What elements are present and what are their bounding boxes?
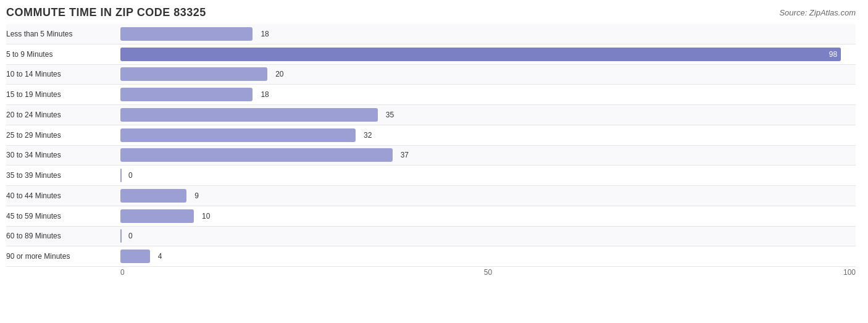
bar-track: 37: [120, 148, 856, 162]
bar-label: Less than 5 Minutes: [6, 30, 120, 38]
x-axis-label: 0: [120, 268, 125, 277]
bar-fill: [120, 189, 186, 203]
bar-row: 40 to 44 Minutes9: [6, 186, 856, 206]
bar-label: 60 to 89 Minutes: [6, 232, 120, 240]
bar-track: 20: [120, 67, 856, 81]
bar-fill: [120, 209, 194, 223]
bar-track: 35: [120, 108, 856, 122]
bar-track: 32: [120, 128, 856, 142]
chart-area: Less than 5 Minutes185 to 9 Minutes9810 …: [6, 24, 856, 285]
bar-value-label: 18: [258, 30, 269, 38]
bar-value-label: 0: [126, 171, 133, 180]
bar-fill: [120, 128, 356, 142]
bar-track: 0: [120, 169, 856, 182]
bar-track: 18: [120, 27, 856, 41]
bar-row: 15 to 19 Minutes18: [6, 85, 856, 105]
bar-fill: [120, 88, 252, 101]
bar-label: 90 or more Minutes: [6, 252, 120, 261]
bar-fill: [120, 229, 122, 243]
bar-row: 25 to 29 Minutes32: [6, 125, 856, 146]
bar-fill: [120, 27, 252, 41]
bar-label: 10 to 14 Minutes: [6, 70, 120, 78]
bar-label: 20 to 24 Minutes: [6, 111, 120, 119]
bar-fill: [120, 169, 122, 182]
chart-header: COMMUTE TIME IN ZIP CODE 83325 Source: Z…: [6, 6, 856, 19]
bar-value-label: 35: [383, 111, 394, 119]
bar-fill: [120, 67, 267, 81]
bar-row: 30 to 34 Minutes37: [6, 146, 856, 166]
bar-track: 10: [120, 209, 856, 223]
bar-track: 9: [120, 189, 856, 203]
bar-fill: 98: [120, 48, 841, 61]
bar-row: 5 to 9 Minutes98: [6, 44, 856, 65]
x-axis: 050100: [6, 268, 856, 280]
bar-row: Less than 5 Minutes18: [6, 24, 856, 44]
bar-fill: [120, 250, 150, 263]
bar-value-label: 4: [156, 252, 162, 261]
bar-track: 98: [120, 48, 856, 61]
bar-track: 18: [120, 88, 856, 101]
chart-source: Source: ZipAtlas.com: [779, 8, 856, 17]
bar-label: 5 to 9 Minutes: [6, 50, 120, 59]
bar-value-label: 98: [829, 50, 837, 59]
x-axis-label: 100: [843, 268, 856, 277]
bar-row: 10 to 14 Minutes20: [6, 65, 856, 85]
bar-track: 4: [120, 250, 856, 263]
bar-label: 25 to 29 Minutes: [6, 131, 120, 140]
bar-value-label: 32: [361, 131, 372, 140]
bar-row: 20 to 24 Minutes35: [6, 105, 856, 125]
bar-fill: [120, 108, 378, 122]
bar-row: 45 to 59 Minutes10: [6, 206, 856, 227]
x-axis-label: 50: [484, 268, 492, 277]
bar-label: 15 to 19 Minutes: [6, 90, 120, 99]
bar-row: 60 to 89 Minutes0: [6, 227, 856, 247]
bar-row: 90 or more Minutes4: [6, 246, 856, 267]
bar-label: 45 to 59 Minutes: [6, 212, 120, 220]
bar-rows: Less than 5 Minutes185 to 9 Minutes9810 …: [6, 24, 856, 267]
bar-value-label: 0: [126, 232, 133, 240]
bar-value-label: 37: [398, 151, 409, 159]
bar-label: 40 to 44 Minutes: [6, 191, 120, 200]
chart-title: COMMUTE TIME IN ZIP CODE 83325: [6, 6, 206, 19]
bar-fill: [120, 148, 393, 162]
bar-value-label: 20: [273, 70, 283, 78]
bar-value-label: 9: [192, 191, 199, 200]
bar-label: 35 to 39 Minutes: [6, 171, 120, 180]
bar-value-label: 10: [199, 212, 210, 220]
bar-row: 35 to 39 Minutes0: [6, 166, 856, 186]
bar-label: 30 to 34 Minutes: [6, 151, 120, 159]
bar-track: 0: [120, 229, 856, 243]
chart-container: COMMUTE TIME IN ZIP CODE 83325 Source: Z…: [0, 0, 868, 323]
bar-value-label: 18: [258, 90, 269, 99]
